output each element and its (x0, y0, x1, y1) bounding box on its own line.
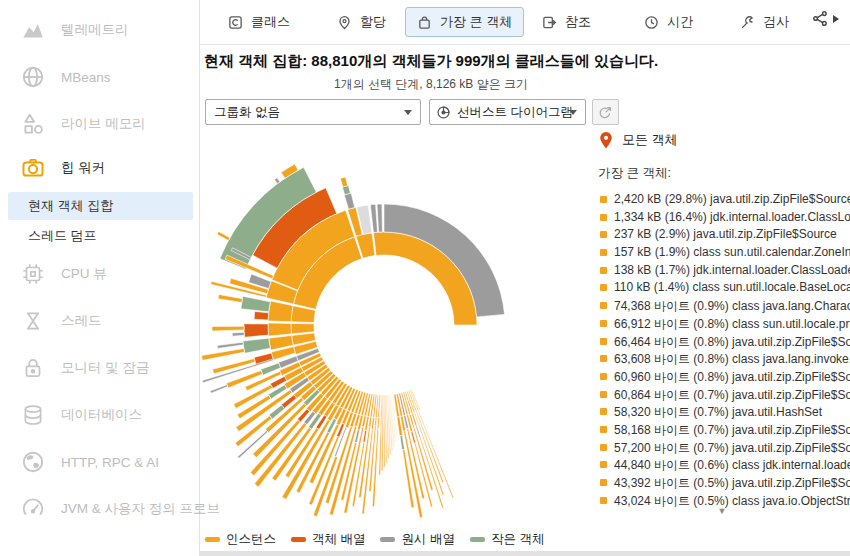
object-list-item[interactable]: 63,608 바이트 (0.8%) class java.lang.invoke… (600, 351, 850, 369)
object-list-item[interactable]: 2,420 kB (29.8%) java.util.zip.ZipFile$S… (600, 192, 850, 210)
object-bullet-icon (600, 320, 607, 327)
horizontal-scrollbar[interactable] (200, 551, 850, 556)
sidebar-subitem-current-object-set[interactable]: 현재 객체 집합 (8, 192, 193, 220)
sidebar-item-label: 힙 워커 (61, 159, 105, 177)
tab-references[interactable]: 참조 (530, 7, 603, 37)
tab-allocations[interactable]: 할당 (325, 7, 398, 37)
sidebar-item-label: 모니터 및 잠금 (61, 359, 150, 377)
object-list-item[interactable]: 60,960 바이트 (0.8%) java.util.zip.ZipFile$… (600, 369, 850, 387)
object-list-item[interactable]: 57,200 바이트 (0.7%) java.util.zip.ZipFile$… (600, 440, 850, 458)
object-bullet-icon (600, 497, 607, 504)
sidebar-item-mbeans[interactable]: MBeans (0, 59, 199, 95)
object-list-item[interactable]: 1,334 kB (16.4%) jdk.internal.loader.Cla… (600, 210, 850, 228)
sunburst-arc[interactable] (377, 204, 382, 232)
object-list-item[interactable]: 43,392 바이트 (0.5%) java.util.zip.ZipFile$… (600, 475, 850, 493)
object-bullet-icon (600, 391, 607, 398)
sidebar-item-http-rpc-ai[interactable]: HTTP, RPC & AI (0, 444, 199, 480)
object-label: 74,368 바이트 (0.9%) class java.lang.Charac… (614, 298, 850, 315)
object-label: 237 kB (2.9%) java.util.zip.ZipFile$Sour… (614, 227, 837, 241)
toolbar-overflow-button[interactable] (812, 10, 839, 27)
sidebar-item-telemetry[interactable]: 텔레메트리 (0, 12, 199, 48)
tab-label: 검사 (763, 13, 789, 31)
sunburst-chart[interactable] (200, 125, 660, 527)
legend-swatch-icon (380, 537, 395, 542)
export-button[interactable] (592, 99, 619, 125)
object-list-item[interactable]: 44,840 바이트 (0.6%) class jdk.internal.loa… (600, 457, 850, 475)
object-list-item[interactable]: 138 kB (1.7%) jdk.internal.loader.ClassL… (600, 263, 850, 281)
sidebar-item-live-memory[interactable]: 라이브 메모리 (0, 106, 199, 142)
sunburst-arc[interactable] (202, 348, 245, 360)
sidebar-item-label: HTTP, RPC & AI (61, 455, 159, 470)
object-label: 66,912 바이트 (0.8%) class sun.util.locale.… (614, 316, 850, 333)
sunburst-arc[interactable] (274, 178, 279, 184)
sunburst-arc[interactable] (212, 326, 244, 331)
sunburst-arc[interactable] (218, 294, 242, 302)
object-label: 60,864 바이트 (0.7%) java.util.zip.ZipFile$… (614, 387, 850, 404)
object-list-item[interactable]: 66,464 바이트 (0.8%) java.util.zip.ZipFile$… (600, 334, 850, 352)
object-list-item[interactable]: 157 kB (1.9%) class sun.util.calendar.Zo… (600, 245, 850, 263)
diagram-type-dropdown[interactable]: 선버스트 다이어그램 (429, 99, 586, 125)
object-list-item[interactable]: 237 kB (2.9%) java.util.zip.ZipFile$Sour… (600, 227, 850, 245)
sunburst-arc[interactable] (210, 385, 228, 394)
chevron-down-icon (404, 110, 412, 115)
diagram-dropdown-value: 선버스트 다이어그램 (457, 104, 573, 121)
camera-icon (20, 155, 46, 181)
sunburst-arc[interactable] (243, 338, 270, 353)
object-list-item[interactable]: 66,912 바이트 (0.8%) class sun.util.locale.… (600, 316, 850, 334)
clock-icon (644, 15, 659, 30)
object-list-item[interactable]: 58,168 바이트 (0.7%) java.util.zip.ZipFile$… (600, 422, 850, 440)
all-objects-selector[interactable]: 모든 객체 (599, 131, 678, 149)
object-bullet-icon (600, 461, 607, 468)
object-label: 63,608 바이트 (0.8%) class java.lang.invoke… (614, 351, 850, 368)
sunburst-arc[interactable] (344, 193, 354, 209)
sidebar: 텔레메트리 MBeans 라이브 메모리 힙 워커 현재 객체 집합 스레드 덤… (0, 0, 200, 556)
sidebar-item-threads[interactable]: 스레드 (0, 303, 199, 339)
sunburst-arc[interactable] (400, 436, 405, 450)
sidebar-item-cpu-views[interactable]: CPU 뷰 (0, 256, 199, 292)
call-graph-icon (812, 10, 829, 27)
sunburst-arc[interactable] (232, 332, 244, 336)
sunburst-arc[interactable] (241, 296, 270, 312)
sunburst-arc[interactable] (244, 324, 268, 337)
object-bullet-icon (600, 408, 607, 415)
grouping-dropdown[interactable]: 그룹화 없음 (205, 99, 421, 125)
sidebar-item-label: JVM & 사용자 정의 프로브 (61, 500, 220, 518)
sidebar-subitem-label: 현재 객체 집합 (28, 198, 113, 213)
sidebar-item-heap-walker[interactable]: 힙 워커 (0, 150, 199, 186)
tab-label: 시간 (667, 13, 693, 31)
tab-inspections[interactable]: 검사 (728, 7, 801, 37)
tab-classes[interactable]: 클래스 (216, 7, 302, 37)
object-bullet-icon (600, 355, 607, 362)
tab-time[interactable]: 시간 (632, 7, 705, 37)
sunburst-arc[interactable] (340, 177, 347, 187)
globe-icon (20, 64, 46, 90)
biggest-objects-list: 2,420 kB (29.8%) java.util.zip.ZipFile$S… (600, 192, 850, 510)
sunburst-arc[interactable] (217, 342, 243, 348)
sunburst-arc[interactable] (217, 231, 230, 240)
object-list-item[interactable]: 60,864 바이트 (0.7%) java.util.zip.ZipFile$… (600, 387, 850, 405)
sunburst-arc[interactable] (268, 301, 293, 322)
object-list-item[interactable]: 110 kB (1.4%) class sun.util.locale.Base… (600, 280, 850, 298)
tab-label: 클래스 (251, 13, 290, 31)
sunburst-arc[interactable] (254, 311, 269, 320)
sunburst-arc[interactable] (363, 430, 367, 442)
sidebar-item-jvm-probes[interactable]: JVM & 사용자 정의 프로브 (0, 491, 199, 527)
sunburst-mini-icon (436, 105, 451, 120)
object-list-item[interactable]: 74,368 바이트 (0.9%) class java.lang.Charac… (600, 298, 850, 316)
legend-swatch-icon (470, 537, 485, 542)
sunburst-arc[interactable] (377, 418, 379, 429)
tab-biggest-objects[interactable]: 가장 큰 객체 (405, 7, 524, 37)
sidebar-subitem-thread-dump[interactable]: 스레드 덤프 (8, 222, 193, 250)
thread-spool-icon (20, 308, 46, 334)
sunburst-arc[interactable] (291, 323, 314, 334)
gauge-icon (20, 496, 46, 522)
wrench-icon (740, 15, 755, 30)
sidebar-item-databases[interactable]: 데이터베이스 (0, 397, 199, 433)
sunburst-arc[interactable] (268, 323, 291, 336)
object-list-item[interactable]: 58,320 바이트 (0.7%) java.util.HashSet (600, 404, 850, 422)
list-scroll-down-arrow[interactable]: ▼ (710, 506, 734, 516)
sunburst-arc[interactable] (375, 418, 377, 426)
sidebar-item-label: 스레드 (61, 312, 102, 330)
sidebar-item-monitors-locks[interactable]: 모니터 및 잠금 (0, 350, 199, 386)
object-bullet-icon (600, 214, 607, 221)
